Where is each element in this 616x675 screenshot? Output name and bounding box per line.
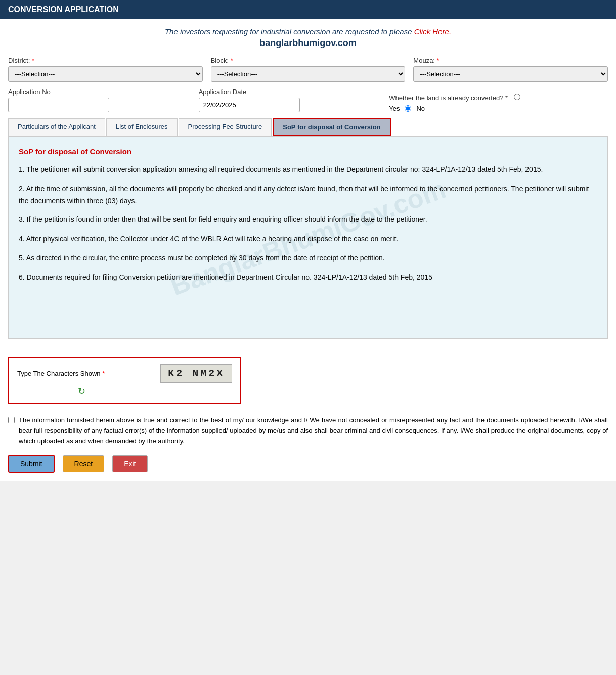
sop-item-3: 3. If the petition is found in order the… <box>19 214 597 226</box>
mouza-group: Mouza: * ---Selection--- <box>413 57 608 82</box>
click-here-link[interactable]: Click Here. <box>414 27 451 36</box>
refresh-icon[interactable]: ↻ <box>78 386 85 396</box>
captcha-label: Type The Characters Shown * <box>17 370 105 377</box>
block-group: Block: * ---Selection--- <box>211 57 406 82</box>
district-group: District: * ---Selection--- <box>8 57 203 82</box>
captcha-row: Type The Characters Shown * K2 NM2X <box>17 364 232 383</box>
tab-fee[interactable]: Processing Fee Structure <box>179 118 272 136</box>
converted-label: Whether the land is already converted? * <box>389 94 608 102</box>
title-text: CONVERSION APPLICATION <box>8 5 119 14</box>
main-container: The investors requesting for industrial … <box>0 19 616 481</box>
block-label: Block: * <box>211 57 406 64</box>
no-label: No <box>416 105 425 112</box>
sop-content: BanglarBhumiGov.com SoP for disposal of … <box>8 137 608 339</box>
sop-title: SoP for disposal of Conversion <box>19 147 597 156</box>
mouza-label: Mouza: * <box>413 57 608 64</box>
site-name: banglarbhumigov.com <box>8 38 608 49</box>
sop-item-5: 5. As directed in the circular, the enti… <box>19 252 597 264</box>
declaration-text: The information furnished herein above i… <box>19 415 608 446</box>
converted-radio-options: Yes No <box>389 105 608 112</box>
district-label: District: * <box>8 57 203 64</box>
reset-button[interactable]: Reset <box>63 455 105 472</box>
info-text: The investors requesting for industrial … <box>8 27 608 36</box>
appno-label: Application No <box>8 88 191 96</box>
mouza-select[interactable]: ---Selection--- <box>413 66 608 82</box>
converted-group: Whether the land is already converted? *… <box>389 94 608 112</box>
appdate-group: Application Date <box>199 88 381 112</box>
declaration-row: The information furnished herein above i… <box>8 415 608 446</box>
sop-item-1: 1. The petitioner will submit conversion… <box>19 164 597 176</box>
captcha-image: K2 NM2X <box>160 364 232 383</box>
appdate-input[interactable] <box>199 98 300 112</box>
sop-items: 1. The petitioner will submit conversion… <box>19 164 597 284</box>
appdate-label: Application Date <box>199 88 381 96</box>
tab-sop[interactable]: SoP for disposal of Conversion <box>273 118 390 136</box>
converted-yes-radio[interactable] <box>514 94 520 100</box>
tabs-container: Particulars of the Applicant List of Enc… <box>8 118 608 137</box>
appno-row: Application No Application Date Whether … <box>8 88 608 112</box>
location-row: District: * ---Selection--- Block: * ---… <box>8 57 608 82</box>
declaration-checkbox[interactable] <box>8 417 15 423</box>
button-row: Submit Reset Exit <box>8 455 608 473</box>
yes-label: Yes <box>389 105 400 112</box>
captcha-wrapper: Type The Characters Shown * K2 NM2X ↻ <box>8 348 608 410</box>
sop-item-2: 2. At the time of submission, all the do… <box>19 183 597 207</box>
captcha-input[interactable] <box>110 367 155 380</box>
block-select[interactable]: ---Selection--- <box>211 66 406 82</box>
appno-input[interactable] <box>8 98 109 112</box>
info-text-prefix: The investors requesting for industrial … <box>165 27 414 36</box>
exit-button[interactable]: Exit <box>112 455 147 472</box>
sop-item-6: 6. Documents required for filing Convers… <box>19 272 597 284</box>
district-select[interactable]: ---Selection--- <box>8 66 203 82</box>
tab-particulars[interactable]: Particulars of the Applicant <box>8 118 105 136</box>
refresh-row: ↻ <box>78 386 232 397</box>
sop-item-4: 4. After physical verification, the Coll… <box>19 233 597 245</box>
captcha-section: Type The Characters Shown * K2 NM2X ↻ <box>8 357 241 404</box>
converted-no-radio[interactable] <box>405 105 411 112</box>
tab-enclosures[interactable]: List of Enclosures <box>106 118 178 136</box>
submit-button[interactable]: Submit <box>8 455 55 473</box>
appno-group: Application No <box>8 88 191 112</box>
title-bar: CONVERSION APPLICATION <box>0 0 616 19</box>
